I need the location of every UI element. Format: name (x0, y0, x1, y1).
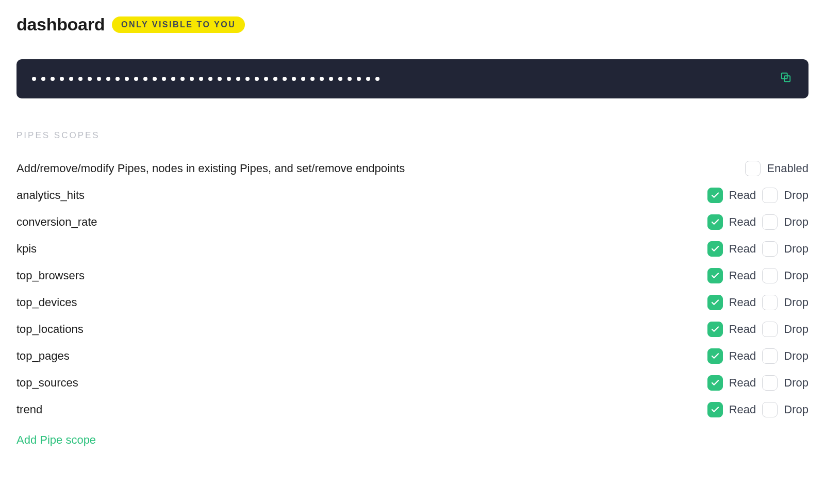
read-label: Read (729, 323, 756, 336)
drop-checkbox[interactable] (762, 322, 778, 337)
drop-label: Drop (784, 242, 808, 256)
pipe-row: conversion_rateReadDrop (16, 209, 808, 236)
read-checkbox[interactable] (707, 402, 723, 417)
drop-checkbox[interactable] (762, 295, 778, 310)
pipe-name: conversion_rate (16, 215, 97, 229)
drop-checkbox[interactable] (762, 188, 778, 203)
drop-checkbox[interactable] (762, 375, 778, 391)
drop-control: Drop (762, 214, 808, 230)
read-control: Read (707, 348, 756, 364)
drop-checkbox[interactable] (762, 214, 778, 230)
read-label: Read (729, 349, 756, 363)
token-masked-value (32, 77, 380, 81)
pipe-row: kpisReadDrop (16, 236, 808, 262)
drop-control: Drop (762, 241, 808, 257)
pipe-row: top_locationsReadDrop (16, 316, 808, 343)
drop-label: Drop (784, 189, 808, 202)
drop-label: Drop (784, 376, 808, 390)
pipe-name: top_devices (16, 296, 77, 309)
add-pipe-scope-link[interactable]: Add Pipe scope (16, 433, 96, 447)
pipe-name: top_sources (16, 376, 78, 390)
copy-token-button[interactable] (779, 72, 793, 86)
drop-control: Drop (762, 188, 808, 203)
read-label: Read (729, 296, 756, 309)
drop-label: Drop (784, 403, 808, 416)
read-checkbox[interactable] (707, 268, 723, 283)
read-checkbox[interactable] (707, 295, 723, 310)
scopes-description-text: Add/remove/modify Pipes, nodes in existi… (16, 162, 405, 175)
drop-checkbox[interactable] (762, 402, 778, 417)
pipe-name: top_browsers (16, 269, 85, 282)
drop-label: Drop (784, 269, 808, 282)
read-control: Read (707, 402, 756, 417)
drop-checkbox[interactable] (762, 268, 778, 283)
drop-control: Drop (762, 322, 808, 337)
read-checkbox[interactable] (707, 348, 723, 364)
read-control: Read (707, 188, 756, 203)
read-control: Read (707, 241, 756, 257)
pipe-name: analytics_hits (16, 189, 85, 202)
read-control: Read (707, 375, 756, 391)
page-title: dashboard (16, 14, 105, 35)
read-label: Read (729, 242, 756, 256)
visibility-badge: ONLY VISIBLE TO YOU (112, 16, 245, 33)
enabled-label: Enabled (767, 162, 808, 175)
copy-icon (780, 72, 791, 86)
drop-control: Drop (762, 295, 808, 310)
drop-control: Drop (762, 348, 808, 364)
pipe-row: top_sourcesReadDrop (16, 369, 808, 396)
read-label: Read (729, 403, 756, 416)
drop-label: Drop (784, 349, 808, 363)
drop-control: Drop (762, 268, 808, 283)
read-label: Read (729, 269, 756, 282)
section-label-pipes-scopes: PIPES SCOPES (16, 130, 808, 141)
pipe-row: top_devicesReadDrop (16, 289, 808, 316)
read-label: Read (729, 189, 756, 202)
pipe-name: trend (16, 403, 42, 416)
pipe-row: top_browsersReadDrop (16, 262, 808, 289)
read-label: Read (729, 215, 756, 229)
drop-checkbox[interactable] (762, 241, 778, 257)
page-header: dashboard ONLY VISIBLE TO YOU (16, 14, 808, 35)
pipe-name: kpis (16, 242, 37, 256)
drop-checkbox[interactable] (762, 348, 778, 364)
pipe-row: trendReadDrop (16, 396, 808, 423)
enabled-checkbox[interactable] (745, 161, 761, 176)
pipe-name: top_locations (16, 323, 84, 336)
pipe-name: top_pages (16, 349, 70, 363)
drop-control: Drop (762, 402, 808, 417)
read-control: Read (707, 214, 756, 230)
read-control: Read (707, 295, 756, 310)
drop-label: Drop (784, 296, 808, 309)
scopes-description-row: Add/remove/modify Pipes, nodes in existi… (16, 155, 808, 182)
read-control: Read (707, 322, 756, 337)
drop-label: Drop (784, 323, 808, 336)
read-checkbox[interactable] (707, 214, 723, 230)
read-checkbox[interactable] (707, 375, 723, 391)
token-display (16, 59, 808, 98)
drop-control: Drop (762, 375, 808, 391)
pipe-row: analytics_hitsReadDrop (16, 182, 808, 209)
read-checkbox[interactable] (707, 322, 723, 337)
read-label: Read (729, 376, 756, 390)
read-checkbox[interactable] (707, 188, 723, 203)
read-checkbox[interactable] (707, 241, 723, 257)
enabled-control: Enabled (745, 161, 808, 176)
drop-label: Drop (784, 215, 808, 229)
pipe-row: top_pagesReadDrop (16, 343, 808, 369)
read-control: Read (707, 268, 756, 283)
